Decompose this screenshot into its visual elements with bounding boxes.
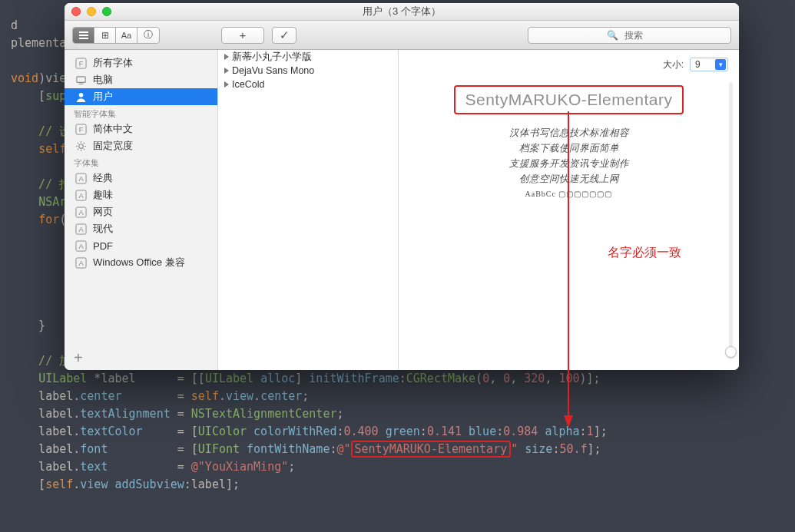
sidebar-item-label: 网页 [93,205,113,219]
sidebar-item-computer[interactable]: 电脑 [65,71,217,88]
badge-a-icon: A [75,223,87,235]
disclosure-triangle-icon[interactable] [224,81,229,88]
font-name: IceCold [232,79,264,90]
svg-rect-2 [79,38,88,39]
svg-text:A: A [78,209,84,216]
font-book-window: 用户（3 个字体） ⊞ Aa ⓘ + ✓ 🔍 F 所有字体 [65,3,739,370]
svg-text:A: A [78,175,84,183]
svg-text:A: A [78,192,84,200]
font-preview: 大小: 9 ▾ SentyMARUKO-Elementary 汉体书写信息技术标… [399,50,739,370]
font-name: 新蒂小丸子小学版 [232,51,312,64]
plus-icon: + [74,349,83,366]
info-icon: ⓘ [144,28,153,41]
sidebar-heading-smart: 智能字体集 [65,105,217,121]
svg-text:A: A [78,243,84,250]
search-input[interactable] [528,27,731,44]
badge-a-icon: A [75,173,87,184]
sidebar-item-label: 经典 [93,171,113,185]
sidebar-item-user[interactable]: 用户 [65,88,217,105]
svg-text:A: A [78,226,84,233]
sidebar-item-label: 固定宽度 [93,139,133,153]
sidebar-item-label: 简体中文 [93,122,133,136]
svg-text:A: A [78,259,84,267]
view-mode-segment[interactable]: ⊞ Aa ⓘ [72,27,160,44]
sidebar-item-label: 趣味 [93,188,113,202]
size-label: 大小: [663,58,684,71]
font-name: DejaVu Sans Mono [232,65,314,76]
titlebar[interactable]: 用户（3 个字体） [65,3,739,21]
font-list[interactable]: 新蒂小丸子小学版 DejaVu Sans Mono IceCold [218,50,399,370]
sidebar-item-web[interactable]: A网页 [65,203,217,220]
font-list-item[interactable]: DejaVu Sans Mono [218,64,398,78]
add-collection-button[interactable]: + [65,345,217,370]
grid-icon: ⊞ [101,30,109,41]
sidebar-item-label: Windows Office 兼容 [93,256,185,269]
font-list-item[interactable]: 新蒂小丸子小学版 [218,50,398,64]
grid-view-button[interactable]: ⊞ [94,28,116,43]
sidebar-item-simplified-chinese[interactable]: F 简体中文 [65,121,217,137]
svg-point-9 [79,144,84,148]
svg-rect-5 [77,76,85,82]
plus-icon: + [240,28,247,41]
svg-rect-1 [79,35,88,36]
info-view-button[interactable]: ⓘ [137,28,159,43]
sidebar-item-label: 所有字体 [93,56,133,70]
add-font-button[interactable]: + [221,27,264,44]
sidebar-item-label: 现代 [93,222,113,236]
sidebar-item-fixed-width[interactable]: 固定宽度 [65,137,217,154]
badge-a-icon: A [75,257,87,269]
validate-button[interactable]: ✓ [272,27,296,44]
sidebar-item-windows-office[interactable]: AWindows Office 兼容 [65,254,217,271]
gear-icon [75,140,87,152]
svg-text:F: F [79,60,84,68]
list-view-button[interactable] [73,28,94,43]
sidebar-item-pdf[interactable]: APDF [65,237,217,254]
sidebar-item-fun[interactable]: A趣味 [65,187,217,203]
text-icon: Aa [121,31,131,40]
disclosure-triangle-icon[interactable] [224,68,229,74]
sidebar-item-modern[interactable]: A现代 [65,220,217,237]
sidebar: F 所有字体 电脑 用户 智能字体集 F 简体中文 固定宽度 [65,50,218,370]
slider-knob-icon[interactable] [725,346,737,358]
badge-a-icon: A [75,190,87,201]
sidebar-heading-sets: 字体集 [65,154,217,170]
annotation-text: 名字必须一致 [608,245,681,261]
font-list-item[interactable]: IceCold [218,78,398,91]
sidebar-item-classic[interactable]: A经典 [65,170,217,187]
badge-f-icon: F [75,58,87,69]
computer-icon [75,74,87,86]
sidebar-item-label: 用户 [93,90,113,104]
badge-a-icon: A [75,240,87,252]
size-value: 9 [695,59,701,70]
sidebar-item-label: 电脑 [93,73,113,87]
size-select[interactable]: 9 ▾ [690,58,728,71]
preview-sample-text: 汉体书写信息技术标准相容 档案下载使同界面简单 支援服务开发资讯专业制作 创意空… [409,125,728,202]
preview-font-title: SentyMARUKO-Elementary [454,85,683,114]
sidebar-item-all-fonts[interactable]: F 所有字体 [65,55,217,71]
toolbar: ⊞ Aa ⓘ + ✓ 🔍 [65,21,739,50]
search-field[interactable]: 🔍 [528,27,731,44]
badge-a-icon: A [75,207,87,218]
svg-point-6 [79,92,84,97]
list-icon [78,30,89,41]
sidebar-item-label: PDF [93,240,113,252]
chevron-up-down-icon: ▾ [715,59,726,70]
user-icon [75,91,87,103]
svg-text:F: F [79,126,84,134]
disclosure-triangle-icon[interactable] [224,54,229,60]
size-slider[interactable] [729,82,733,353]
window-title: 用户（3 个字体） [65,5,739,18]
search-icon: 🔍 [607,30,618,41]
badge-f-icon: F [75,124,87,135]
sample-view-button[interactable]: Aa [116,28,137,43]
check-icon: ✓ [280,28,290,42]
svg-rect-0 [79,31,88,33]
